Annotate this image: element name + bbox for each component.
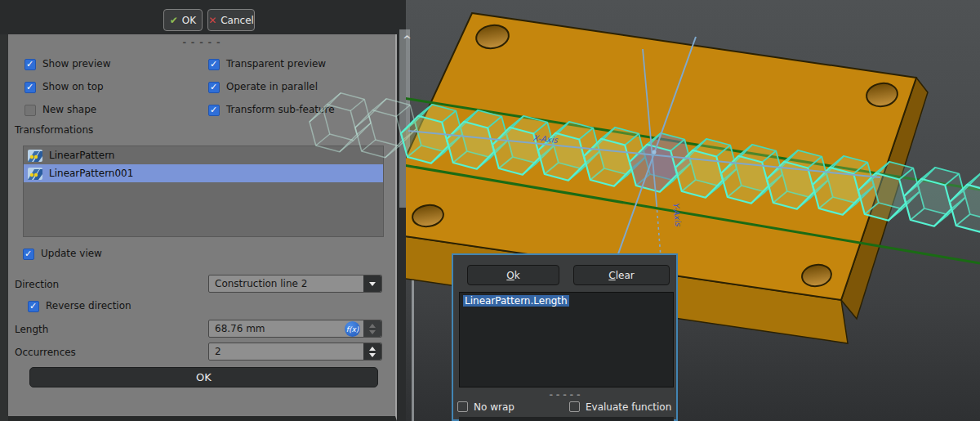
label-reverse-direction: Reverse direction	[46, 300, 131, 311]
cancel-x-icon: ✕	[208, 15, 216, 26]
fx-icon-label: f(x)	[346, 325, 359, 334]
checkbox-show-on-top[interactable]	[24, 82, 36, 93]
chevron-down-icon	[369, 282, 376, 286]
expression-ok-label: Ok	[506, 270, 519, 281]
spin-down-icon	[369, 353, 376, 357]
expression-textarea[interactable]: LinearPattern.Length	[459, 292, 674, 387]
expression-fx-icon[interactable]: f(x)	[345, 321, 360, 337]
task-cancel-button[interactable]: ✕ Cancel	[207, 9, 255, 31]
checkbox-transform-subfeature[interactable]	[208, 105, 220, 116]
label-no-wrap: No wrap	[474, 401, 514, 413]
direction-value: Construction line 2	[215, 278, 307, 289]
checkbox-operate-in-parallel[interactable]	[208, 82, 220, 93]
panel-ok-label: OK	[196, 371, 212, 383]
direction-label: Direction	[15, 279, 59, 290]
occurrences-spinner[interactable]	[363, 343, 381, 360]
length-label: Length	[15, 324, 48, 335]
panel-scrollbar[interactable]	[399, 29, 410, 208]
spin-up-icon	[369, 347, 376, 351]
checkbox-update-view[interactable]	[23, 249, 34, 260]
scrollbar-track-line	[412, 204, 414, 421]
transformations-heading: Transformations	[15, 124, 93, 136]
label-show-on-top: Show on top	[42, 81, 104, 92]
panel-drag-handle[interactable]: - - - - -	[8, 37, 395, 47]
checkbox-new-shape[interactable]	[24, 105, 36, 116]
label-transparent-preview: Transparent preview	[226, 58, 326, 69]
label-transform-subfeature: Transform sub-feature	[226, 104, 335, 115]
panel-left-margin	[0, 34, 8, 421]
result-field-cutoff	[459, 417, 674, 421]
list-item-linearpattern[interactable]: LinearPattern	[24, 146, 383, 164]
length-input[interactable]: 68.76 mm f(x)	[208, 320, 382, 338]
transformations-list: LinearPattern LinearPattern001	[23, 146, 384, 237]
accept-icon: ✔	[170, 15, 178, 26]
list-item-linearpattern001[interactable]: LinearPattern001	[24, 164, 383, 182]
label-update-view: Update view	[41, 248, 102, 259]
label-evaluate-function: Evaluate function	[586, 401, 671, 413]
expression-clear-label: Clear	[608, 270, 634, 281]
task-ok-label: OK	[182, 15, 196, 26]
checkbox-transparent-preview[interactable]	[208, 59, 220, 70]
checkbox-reverse-direction[interactable]	[28, 301, 39, 312]
expression-text-selected: LinearPattern.Length	[463, 295, 569, 307]
task-ok-button[interactable]: ✔ OK	[163, 9, 203, 31]
occurrences-value: 2	[215, 346, 221, 357]
list-item-label: LinearPattern001	[49, 168, 133, 179]
checkbox-show-preview[interactable]	[24, 59, 36, 70]
taskdialog-header-bar	[0, 0, 406, 34]
linear-pattern-icon	[28, 150, 42, 162]
expression-editor-dialog: Ok Clear LinearPattern.Length - - - - - …	[452, 253, 678, 421]
spin-down-icon	[369, 330, 376, 334]
occurrences-label: Occurrences	[15, 347, 76, 358]
label-show-preview: Show preview	[42, 58, 111, 69]
checkbox-evaluate-function[interactable]	[569, 401, 580, 412]
combobox-dropdown-button[interactable]	[363, 275, 381, 292]
transformed-feature-task-panel: - - - - - Show preview Transparent previ…	[8, 34, 397, 421]
spin-up-icon	[369, 324, 376, 328]
dialog-drag-handle[interactable]: - - - - -	[453, 389, 676, 400]
task-cancel-label: Cancel	[220, 15, 254, 26]
length-spinner[interactable]	[363, 320, 381, 337]
occurrences-input[interactable]: 2	[208, 343, 382, 361]
list-item-label: LinearPattern	[49, 150, 114, 161]
expression-clear-button[interactable]: Clear	[573, 265, 670, 285]
expression-ok-button[interactable]: Ok	[467, 265, 559, 285]
linear-pattern-icon	[28, 168, 42, 180]
label-operate-in-parallel: Operate in parallel	[226, 81, 318, 92]
panel-ok-button[interactable]: OK	[29, 367, 378, 387]
direction-combobox[interactable]: Construction line 2	[208, 275, 382, 293]
checkbox-no-wrap[interactable]	[457, 401, 468, 412]
length-value: 68.76 mm	[215, 323, 265, 334]
label-new-shape: New shape	[42, 104, 96, 115]
scroll-up-icon[interactable]: ^	[403, 34, 412, 46]
